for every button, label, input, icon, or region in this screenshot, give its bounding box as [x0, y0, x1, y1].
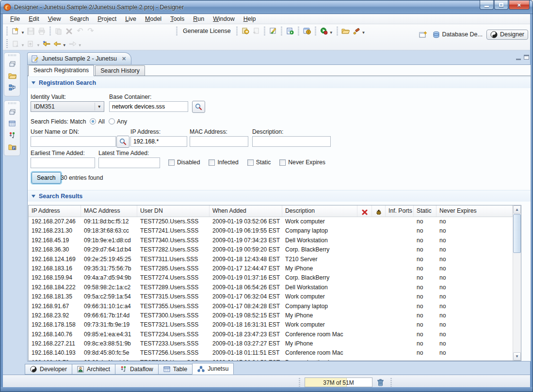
menu-item[interactable]: Search — [65, 15, 94, 23]
validate-icon[interactable] — [10, 38, 21, 49]
generate-license-button[interactable]: Generate License — [180, 27, 234, 35]
perspective-database-button[interactable]: Database De... — [429, 30, 486, 40]
table-row[interactable]: 192.168.140.76 09:85:e1:ea:e4:31 TEST723… — [29, 330, 513, 339]
menu-item[interactable]: Tools — [166, 15, 189, 23]
print-icon[interactable] — [36, 26, 47, 36]
mac-address-input[interactable] — [190, 136, 248, 147]
minimize-button[interactable] — [480, 0, 494, 10]
import-config-icon[interactable] — [240, 26, 251, 36]
menu-item[interactable]: Edit — [24, 15, 44, 23]
menu-item[interactable]: Window — [209, 15, 239, 23]
maximize-button[interactable] — [494, 0, 508, 10]
validate-dropdown-icon[interactable]: ▼ — [21, 43, 25, 47]
radio-match-all[interactable] — [90, 118, 96, 125]
deploy-icon[interactable] — [26, 38, 36, 49]
ip-address-input[interactable] — [130, 136, 187, 147]
tab-dataflow[interactable]: Dataflow — [115, 364, 159, 375]
flag-checkbox[interactable]: Never Expires — [279, 159, 325, 166]
base-container-input[interactable] — [109, 101, 188, 112]
table-row[interactable]: 192.168.231.30 09:18:3f:68:63:cc TEST724… — [29, 226, 513, 235]
col-never-expires[interactable]: Never Expires — [436, 205, 513, 217]
menu-item[interactable]: View — [44, 15, 65, 23]
checkbox-icon[interactable] — [279, 159, 286, 166]
menu-item[interactable]: File — [6, 15, 24, 23]
copy-icon[interactable] — [53, 26, 64, 36]
search-button[interactable]: Search — [32, 172, 61, 184]
table-row[interactable]: 192.168.181.35 09:5a:c2:59:1a:54 TEST731… — [29, 292, 513, 301]
table-row[interactable]: 192.168.140.193 09:8d:45:80:fc:5e TEST72… — [29, 348, 513, 358]
table-row[interactable]: 192.168.23.92 09:66:61:7b:1f:4d TEST7300… — [29, 311, 513, 320]
table-row[interactable]: 192.168.159.94 09:4a:a7:d5:94:9b TEST727… — [29, 273, 513, 282]
export-config-icon[interactable] — [251, 26, 261, 36]
dataflow-view-icon[interactable] — [6, 129, 18, 141]
table-row[interactable]: 192.168.227.211 09:8c:e3:88:51:9b TEST72… — [29, 339, 513, 348]
scroll-up-icon[interactable]: ▲ — [513, 205, 521, 214]
new-wizard-icon[interactable] — [10, 26, 21, 36]
last-edit-icon[interactable] — [41, 38, 52, 49]
table-row[interactable]: 192.168.124.169 09:2e:25:19:45:25 TEST73… — [29, 255, 513, 264]
redo-icon[interactable]: ↷ — [85, 26, 96, 36]
menu-item[interactable]: Run — [189, 15, 209, 23]
table-row[interactable]: 192.168.43.78 09:92:4c:f4:cd:18 TEST7302… — [29, 358, 513, 361]
launch-dropdown-icon[interactable]: ▼ — [329, 31, 333, 35]
earliest-time-input[interactable] — [31, 157, 95, 168]
save-icon[interactable] — [26, 26, 36, 36]
tab-close-icon[interactable]: ✕ — [122, 56, 126, 62]
col-description[interactable]: Description — [282, 205, 357, 217]
identity-vault-select[interactable]: IDM351▼ — [31, 101, 104, 112]
description-input[interactable] — [252, 136, 331, 147]
titlebar[interactable]: Designer - Junetsu Sample 2/Junetsu Samp… — [0, 0, 533, 14]
table-row[interactable]: 192.168.45.19 09:1b:9e:e1:d8:cd TEST7340… — [29, 236, 513, 245]
vertical-scrollbar[interactable]: ▲ ▼ — [513, 205, 521, 361]
table-row[interactable]: 192.168.207.246 09:11:8d:bc:f5:12 TEST72… — [29, 217, 513, 226]
menu-item[interactable]: Model — [141, 15, 166, 23]
brush-dropdown-icon[interactable]: ▼ — [362, 31, 366, 35]
menu-item[interactable]: Help — [239, 15, 260, 23]
col-ip-address[interactable]: IP Address — [29, 205, 81, 217]
table-row[interactable]: 192.168.36.30 09:29:d7:64:1d:b4 TEST7282… — [29, 245, 513, 254]
col-when-added[interactable]: When Added — [210, 205, 282, 217]
flag-checkbox[interactable]: Static — [247, 159, 271, 166]
perspective-designer-button[interactable]: Designer — [486, 30, 528, 40]
restore-views-icon[interactable] — [6, 58, 18, 70]
radio-match-any[interactable] — [109, 118, 115, 125]
new-dropdown-icon[interactable]: ▼ — [21, 31, 25, 35]
garbage-collect-button[interactable] — [374, 377, 386, 388]
col-static[interactable]: Static — [414, 205, 436, 217]
table-row[interactable]: 192.168.178.158 09:73:31:fb:9e:19 TEST73… — [29, 320, 513, 329]
editor-minimize-icon[interactable] — [516, 59, 521, 60]
open-perspective-icon[interactable] — [418, 29, 429, 40]
back-dropdown-icon[interactable]: ▼ — [63, 43, 66, 47]
checkbox-icon[interactable] — [209, 159, 215, 166]
scroll-down-icon[interactable]: ▼ — [513, 352, 521, 361]
table-row[interactable]: 192.168.184.222 09:58:98:2c:1a:c2 TEST72… — [29, 283, 513, 292]
policy-run-icon[interactable] — [285, 26, 295, 36]
undo-icon[interactable]: ↶ — [75, 26, 85, 36]
browse-user-button[interactable] — [116, 136, 129, 148]
forward-dropdown-icon[interactable]: ▼ — [78, 43, 82, 47]
tab-search-registrations[interactable]: Search Registrations — [28, 65, 94, 76]
forward-icon[interactable] — [67, 38, 78, 49]
checkbox-icon[interactable] — [247, 159, 254, 166]
deploy-dropdown-icon[interactable]: ▼ — [36, 43, 40, 47]
col-disabled[interactable] — [357, 205, 372, 217]
checkbox-icon[interactable] — [168, 159, 175, 166]
tab-developer[interactable]: Developer — [25, 364, 72, 375]
browse-container-button[interactable] — [192, 101, 205, 113]
tab-search-history[interactable]: Search History — [95, 65, 145, 76]
delete-icon[interactable] — [64, 26, 75, 36]
restore-views-icon[interactable] — [6, 106, 18, 118]
flag-checkbox[interactable]: Disabled — [168, 159, 200, 166]
menu-item[interactable]: Project — [93, 15, 121, 23]
table-view-icon[interactable] — [6, 118, 18, 129]
scrollbar-thumb[interactable] — [513, 214, 521, 253]
tab-junetsu[interactable]: Junetsu — [192, 363, 234, 375]
trim-grip[interactable] — [8, 102, 16, 104]
table-row[interactable]: 192.168.183.16 09:35:31:75:56:7b TEST728… — [29, 264, 513, 273]
table-row[interactable]: 192.168.91.67 09:66:31:10:1c:a4 TEST7355… — [29, 302, 513, 311]
collapse-triangle-icon[interactable] — [32, 81, 35, 84]
flag-checkbox[interactable]: Infected — [209, 159, 238, 166]
menu-item[interactable]: Live — [121, 15, 141, 23]
search-results-section-header[interactable]: Search Results — [28, 190, 531, 202]
close-button[interactable]: ✕ — [509, 0, 530, 10]
